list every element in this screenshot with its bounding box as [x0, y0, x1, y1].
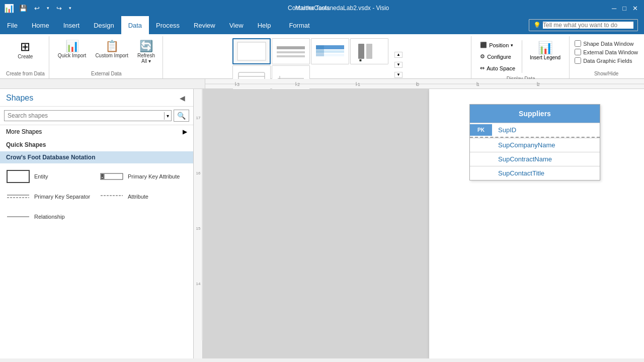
custom-import-button[interactable]: 📋 Custom Import: [92, 38, 132, 61]
gallery-item-2[interactable]: [272, 38, 310, 64]
table-row-supcompanyname[interactable]: SupCompanyName: [470, 138, 600, 152]
gallery-item-3[interactable]: [311, 38, 349, 64]
svg-text:-1: -1: [356, 82, 360, 87]
search-input[interactable]: [5, 111, 164, 121]
menu-insert[interactable]: Insert: [56, 16, 87, 34]
gallery-item-4[interactable]: 📱: [350, 38, 388, 64]
ribbon-group-create: ⊞ Create Create from Data: [2, 36, 49, 78]
external-data-window-checkbox[interactable]: [575, 49, 581, 55]
custom-import-label: Custom Import: [95, 53, 128, 58]
attr-icon: [100, 190, 124, 204]
canvas-content[interactable]: Suppliers PK SupID SupCompanyName SupCon…: [203, 89, 644, 358]
external-data-group-content: 📊 Quick Import 📋 Custom Import 🔄 Refresh…: [54, 38, 158, 70]
page-area[interactable]: Suppliers PK SupID SupCompanyName SupCon…: [429, 89, 644, 358]
search-bar: ▾ 🔍: [0, 107, 193, 125]
divider-1: [522, 40, 522, 73]
insert-legend-button[interactable]: 📊 Insert Legend: [525, 38, 565, 63]
pk-attr-icon: •: [100, 169, 124, 184]
show-hide-group-label: Show/Hide: [594, 70, 618, 78]
create-group-label: Create from Data: [6, 70, 45, 78]
quick-shapes-label: Quick Shapes: [6, 141, 46, 148]
auto-space-label: Auto Space: [487, 65, 515, 71]
menu-file[interactable]: File: [0, 16, 25, 34]
menu-format[interactable]: Format: [282, 16, 316, 34]
db-table-suppliers[interactable]: Suppliers PK SupID SupCompanyName SupCon…: [469, 104, 600, 180]
tell-me-area: 💡: [317, 16, 644, 34]
table-row-supcontractname[interactable]: SupContractName: [470, 152, 600, 166]
search-go-button[interactable]: 🔍: [174, 110, 189, 122]
gallery-item-1[interactable]: [232, 38, 271, 64]
shape-data-window-checkbox[interactable]: [575, 40, 581, 47]
stencil-item-pk-attr[interactable]: • Primary Key Attribute: [98, 167, 189, 186]
category-label: Crow's Foot Database Notation: [6, 154, 96, 161]
insert-legend-label: Insert Legend: [530, 55, 560, 60]
pk-sep-label: Primary Key Separator: [34, 194, 90, 200]
table-row-supcontacttitle[interactable]: SupContactTitle: [470, 166, 600, 180]
stencil-item-relationship[interactable]: Relationship: [4, 208, 96, 226]
menu-data[interactable]: Data: [121, 16, 149, 34]
undo-dropdown[interactable]: ▾: [45, 5, 51, 12]
field-supid: SupID: [492, 123, 600, 137]
gallery-scroll-up[interactable]: ▲: [394, 52, 403, 58]
more-shapes-item[interactable]: More Shapes ▶: [0, 125, 193, 138]
save-button[interactable]: 💾: [17, 4, 29, 13]
gallery-scroll-down[interactable]: ▼: [394, 62, 403, 68]
svg-text:0: 0: [417, 82, 419, 87]
gallery-item-1-preview: [236, 41, 267, 61]
quick-import-button[interactable]: 📊 Quick Import: [54, 38, 90, 61]
gallery-item-4-preview: 📱: [354, 41, 384, 61]
svg-rect-38: [194, 89, 203, 340]
svg-rect-7: [316, 45, 324, 56]
create-label: Create: [18, 54, 33, 59]
minimize-button[interactable]: ─: [610, 4, 618, 13]
menu-home[interactable]: Home: [25, 16, 56, 34]
quick-shapes-item[interactable]: Quick Shapes: [0, 138, 193, 151]
insert-legend-icon: 📊: [538, 41, 553, 55]
svg-rect-2: [277, 51, 305, 53]
configure-icon: ⚙: [480, 53, 485, 60]
customize-qat-button[interactable]: ▾: [67, 5, 73, 12]
stencil-item-pk-sep[interactable]: Primary Key Separator: [4, 188, 96, 206]
ruler-horizontal: -3 -2 -1 0 1 2: [205, 79, 644, 88]
stencil-item-entity[interactable]: Entity: [4, 167, 96, 186]
tell-me-search[interactable]: 💡: [529, 19, 638, 31]
maximize-button[interactable]: □: [620, 4, 628, 13]
category-header[interactable]: Crow's Foot Database Notation: [0, 151, 193, 163]
svg-text:2: 2: [537, 82, 540, 87]
configure-button[interactable]: ⚙ Configure: [476, 52, 519, 61]
data-graphic-fields-row[interactable]: Data Graphic Fields: [575, 57, 638, 64]
title-bar-title: MarthaCastanedaLab2.vsdx - Visio: [295, 5, 389, 12]
position-button[interactable]: ⬛ Position ▾: [476, 40, 519, 50]
menu-design[interactable]: Design: [87, 16, 121, 34]
table-header: Suppliers: [470, 105, 600, 123]
stencil-item-attr[interactable]: Attribute: [98, 188, 189, 206]
external-data-window-row[interactable]: External Data Window: [575, 49, 638, 55]
table-row-supid[interactable]: PK SupID: [470, 123, 600, 137]
redo-button[interactable]: ↪: [54, 4, 64, 13]
canvas-area[interactable]: 17 16 15 14 Suppliers PK SupID: [194, 89, 644, 358]
ruler-row: -3 -2 -1 0 1 2: [0, 79, 644, 89]
shape-data-window-row[interactable]: Shape Data Window: [575, 40, 638, 47]
menu-review[interactable]: Review: [187, 16, 222, 34]
auto-space-button[interactable]: ⇔ Auto Space: [476, 63, 519, 73]
data-graphic-fields-checkbox[interactable]: [575, 57, 581, 64]
pk-attr-label: Primary Key Attribute: [128, 173, 180, 179]
create-button[interactable]: ⊞ Create: [14, 38, 36, 62]
auto-space-icon: ⇔: [480, 65, 485, 71]
tell-me-input[interactable]: [543, 22, 633, 29]
gallery-scroll: ▲ ▼ ▼: [394, 52, 403, 78]
menu-process[interactable]: Process: [149, 16, 187, 34]
undo-button[interactable]: ↩: [32, 4, 42, 13]
more-shapes-label: More Shapes: [6, 128, 42, 135]
search-dropdown-button[interactable]: ▾: [164, 112, 171, 120]
menu-view[interactable]: View: [222, 16, 251, 34]
close-button[interactable]: ✕: [630, 4, 640, 13]
gallery-expand[interactable]: ▼: [394, 72, 403, 78]
menu-help[interactable]: Help: [251, 16, 278, 34]
field-supcontractname: SupContractName: [470, 152, 600, 166]
refresh-all-button[interactable]: 🔄 RefreshAll ▾: [134, 38, 158, 66]
shape-data-window-label: Shape Data Window: [583, 41, 633, 47]
field-supcontacttitle: SupContactTitle: [470, 166, 600, 180]
collapse-shapes-button[interactable]: ◀: [178, 93, 187, 103]
gallery-item-3-preview: [315, 41, 345, 61]
